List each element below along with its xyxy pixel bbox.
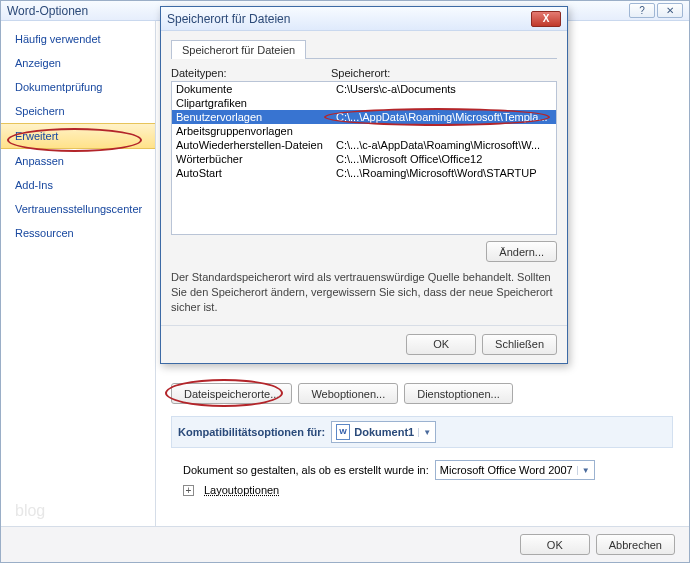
compat-bar: Kompatibilitätsoptionen für: Dokument1 ▼: [171, 416, 673, 448]
ok-button[interactable]: OK: [520, 534, 590, 555]
list-row[interactable]: AutoWiederherstellen-DateienC:\...\c-a\A…: [172, 138, 556, 152]
sidebar-item-label: Vertrauensstellungscenter: [15, 203, 142, 215]
chevron-down-icon: ▼: [418, 428, 431, 437]
sidebar-item-label: Anpassen: [15, 155, 64, 167]
sidebar: Häufig verwendet Anzeigen Dokumentprüfun…: [1, 21, 156, 526]
dialog-title: Speicherort für Dateien: [167, 12, 290, 26]
tab-file-locations[interactable]: Speicherort für Dateien: [171, 40, 306, 59]
chevron-down-icon: ▼: [577, 466, 590, 475]
cancel-button[interactable]: Abbrechen: [596, 534, 675, 555]
dialog-ok-button[interactable]: OK: [406, 334, 476, 355]
main-title: Word-Optionen: [7, 4, 88, 18]
sidebar-item-addins[interactable]: Add-Ins: [1, 173, 155, 197]
expand-icon[interactable]: +: [183, 485, 194, 496]
web-options-button[interactable]: Weboptionen...: [298, 383, 398, 404]
sidebar-item-label: Häufig verwendet: [15, 33, 101, 45]
sidebar-item-label: Ressourcen: [15, 227, 74, 239]
sidebar-item-label: Add-Ins: [15, 179, 53, 191]
document-icon: [336, 424, 350, 440]
sidebar-item-anpassen[interactable]: Anpassen: [1, 149, 155, 173]
dialog-close-icon[interactable]: X: [531, 11, 561, 27]
dialog-tabstrip: Speicherort für Dateien: [171, 39, 557, 59]
list-row[interactable]: AutoStartC:\...\Roaming\Microsoft\Word\S…: [172, 166, 556, 180]
compat-target-dropdown[interactable]: Microsoft Office Word 2007 ▼: [435, 460, 595, 480]
sidebar-item-anzeigen[interactable]: Anzeigen: [1, 51, 155, 75]
list-row[interactable]: WörterbücherC:\...\Microsoft Office\Offi…: [172, 152, 556, 166]
file-types-list[interactable]: DokumenteC:\Users\c-a\Documents Clipartg…: [171, 81, 557, 235]
dialog-close-button[interactable]: Schließen: [482, 334, 557, 355]
list-row[interactable]: Clipartgrafiken: [172, 96, 556, 110]
sidebar-item-dokumentpruefung[interactable]: Dokumentprüfung: [1, 75, 155, 99]
change-button[interactable]: Ändern...: [486, 241, 557, 262]
help-icon[interactable]: ?: [629, 3, 655, 18]
sidebar-item-label: Speichern: [15, 105, 65, 117]
dialog-titlebar: Speicherort für Dateien X: [161, 7, 567, 31]
sidebar-item-vertrauen[interactable]: Vertrauensstellungscenter: [1, 197, 155, 221]
col-header-location: Speicherort:: [331, 67, 557, 79]
sidebar-item-label: Dokumentprüfung: [15, 81, 102, 93]
service-options-button[interactable]: Dienstoptionen...: [404, 383, 513, 404]
sidebar-item-label: Anzeigen: [15, 57, 61, 69]
col-header-types: Dateitypen:: [171, 67, 331, 79]
sidebar-item-label: Erweitert: [15, 130, 58, 142]
file-locations-button[interactable]: Dateispeicherorte...: [171, 383, 292, 404]
compat-label: Kompatibilitätsoptionen für:: [178, 426, 325, 438]
compat-doc-value: Dokument1: [354, 426, 414, 438]
dialog-footer: OK Schließen: [161, 325, 567, 363]
file-locations-dialog: Speicherort für Dateien X Speicherort fü…: [160, 6, 568, 364]
layout-options-label: Layoutoptionen: [204, 484, 279, 496]
list-row[interactable]: Arbeitsgruppenvorlagen: [172, 124, 556, 138]
list-row[interactable]: DokumenteC:\Users\c-a\Documents: [172, 82, 556, 96]
list-row-selected[interactable]: BenutzervorlagenC:\...\AppData\Roaming\M…: [172, 110, 556, 124]
compat-doc-dropdown[interactable]: Dokument1 ▼: [331, 421, 436, 443]
sidebar-item-erweitert[interactable]: Erweitert: [1, 123, 155, 149]
compat-target-value: Microsoft Office Word 2007: [440, 464, 573, 476]
close-icon[interactable]: ✕: [657, 3, 683, 18]
compat-phrase: Dokument so gestalten, als ob es erstell…: [183, 464, 429, 476]
main-footer: OK Abbrechen: [1, 526, 689, 562]
sidebar-item-ressourcen[interactable]: Ressourcen: [1, 221, 155, 245]
dialog-note: Der Standardspeicherort wird als vertrau…: [171, 270, 557, 315]
sidebar-item-haeufig[interactable]: Häufig verwendet: [1, 27, 155, 51]
lower-content: Dateispeicherorte... Weboptionen... Dien…: [171, 379, 673, 500]
sidebar-item-speichern[interactable]: Speichern: [1, 99, 155, 123]
